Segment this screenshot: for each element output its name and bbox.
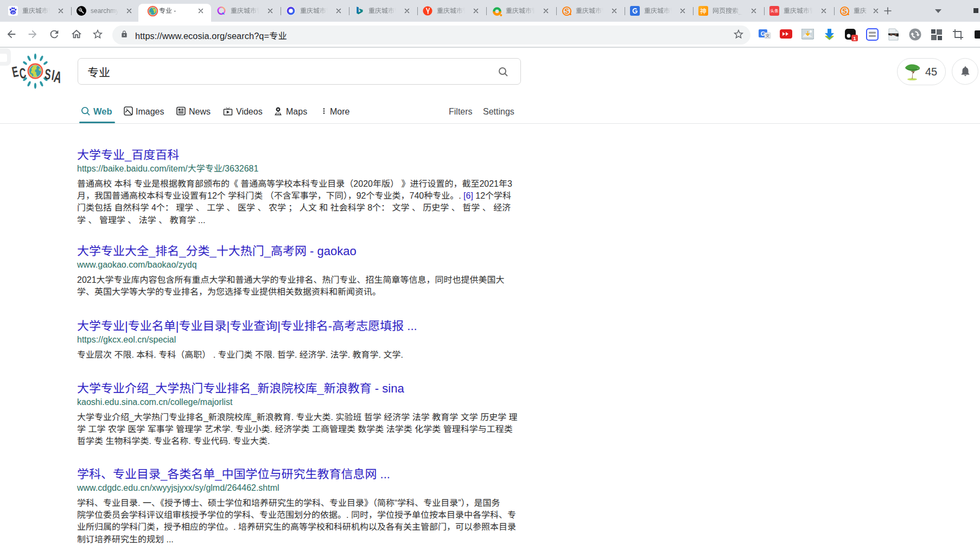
svg-text:S: S xyxy=(44,66,52,83)
svg-text:C: C xyxy=(18,65,27,82)
svg-text:文: 文 xyxy=(766,33,770,39)
svg-text:1: 1 xyxy=(853,35,856,41)
